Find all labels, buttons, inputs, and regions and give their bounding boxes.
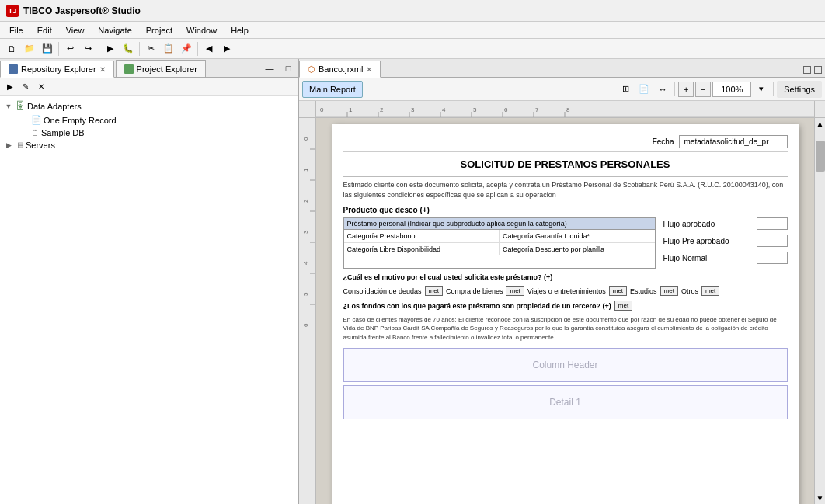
menu-view[interactable]: View [60, 24, 91, 36]
option3-label: Viajes o entretenimientos [527, 287, 606, 295]
svg-text:4: 4 [442, 106, 446, 113]
main-report-btn[interactable]: Main Report [302, 81, 363, 98]
proj-explorer-label: Project Explorer [137, 64, 197, 74]
option2-label: Compra de bienes [446, 287, 503, 295]
app-icon: TJ [6, 5, 19, 17]
svg-text:3: 3 [302, 230, 309, 234]
zoom-page-btn[interactable]: 📄 [635, 81, 653, 98]
report-title: SOLICITUD DE PRESTAMOS PERSONALES [343, 158, 788, 170]
editor-minimize-btn[interactable] [803, 66, 811, 74]
toolbar-nav-back[interactable]: ◀ [200, 40, 218, 57]
report-canvas[interactable]: Fecha metadatasolicitud_de_pr SOLICITUD … [316, 118, 814, 504]
file-icon-1: 📄 [31, 115, 42, 125]
menu-file[interactable]: File [3, 24, 30, 36]
ruler-corner [299, 101, 316, 118]
panel-action-btn-2[interactable]: ✎ [19, 79, 33, 93]
zoom-fit-btn[interactable]: ⊞ [617, 81, 634, 98]
toolbar-nav-fwd[interactable]: ▶ [218, 40, 235, 57]
settings-btn[interactable]: Settings [777, 81, 822, 98]
scroll-down-btn[interactable]: ▼ [815, 492, 825, 504]
tab-project-explorer[interactable]: Project Explorer [116, 60, 206, 77]
panel-maximize-btn[interactable]: □ [280, 60, 297, 77]
tab-repository-explorer[interactable]: Repository Explorer ✕ [0, 61, 114, 78]
zoom-in-btn[interactable]: + [678, 82, 694, 97]
question1-row: ¿Cuál es el motivo por el cual usted sol… [343, 273, 788, 281]
option4-label: Estudios [630, 287, 657, 295]
toolbar-paste[interactable]: 📌 [178, 40, 195, 57]
question2-row: ¿Los fondos con los que pagará este prés… [343, 301, 788, 311]
menu-edit[interactable]: Edit [31, 24, 58, 36]
toolbar-redo[interactable]: ↪ [79, 40, 96, 57]
panel-mini-toolbar: ▶ ✎ ✕ [0, 78, 298, 96]
option5-check: met [701, 286, 719, 296]
vertical-scrollbar[interactable]: ▲ ▼ [814, 118, 825, 504]
repo-tab-close[interactable]: ✕ [99, 65, 106, 74]
section1-title: Producto que deseo (+) [343, 206, 788, 214]
product-cell-2-2: Categoría Descuento por planilla [500, 243, 655, 255]
panel-minimize-btn[interactable]: — [261, 60, 278, 77]
menu-bar: File Edit View Navigate Project Window H… [0, 22, 825, 39]
expand-icon-servers[interactable]: ▶ [3, 141, 14, 149]
option3-check: met [609, 286, 627, 296]
svg-text:0: 0 [320, 106, 324, 113]
tree-label-one-empty-record: One Empty Record [44, 116, 117, 125]
menu-help[interactable]: Help [225, 24, 255, 36]
option1-check: met [425, 286, 443, 296]
toolbar-undo[interactable]: ↩ [61, 40, 78, 57]
tree-item-servers[interactable]: ▶ 🖥 Servers [0, 139, 298, 151]
panel-action-btn-3[interactable]: ✕ [34, 79, 48, 93]
ruler-horizontal: 0 1 2 3 4 5 6 [316, 101, 814, 118]
ruler-vertical: 0 1 2 3 4 5 6 [299, 118, 316, 504]
editor-tab-close[interactable]: ✕ [366, 65, 372, 74]
canvas-row: 0 1 2 3 4 5 6 [299, 118, 825, 504]
tree-item-one-empty-record[interactable]: 📄 One Empty Record [0, 113, 298, 127]
toolbar-debug[interactable]: 🐛 [120, 40, 137, 57]
report-body-text: Estimado cliente con este documento soli… [343, 176, 788, 200]
toolbar-sep-2 [99, 42, 99, 56]
scrollbar-thumb[interactable] [816, 141, 825, 172]
option5-label: Otros [681, 287, 698, 295]
tab-banco-jrxml[interactable]: ⬡ Banco.jrxml ✕ [299, 61, 381, 78]
tree-item-sample-db[interactable]: 🗒 Sample DB [0, 127, 298, 139]
panel-action-btn-1[interactable]: ▶ [3, 79, 17, 93]
zoom-level-input[interactable]: 100% [712, 82, 751, 97]
scroll-up-btn[interactable]: ▲ [815, 118, 825, 130]
editor-maximize-btn[interactable] [814, 66, 822, 74]
question2-check: met [614, 301, 632, 311]
product-table-header: Préstamo personal (Indicar que subproduc… [344, 218, 655, 230]
menu-navigate[interactable]: Navigate [92, 24, 138, 36]
flujo-item-2: Flujo Pre aprobado [663, 235, 788, 247]
question2-text: ¿Los fondos con los que pagará este prés… [343, 302, 611, 310]
svg-text:5: 5 [473, 106, 477, 113]
toolbar-cut[interactable]: ✂ [142, 40, 159, 57]
flujo-box-2 [757, 235, 788, 247]
svg-text:7: 7 [535, 106, 539, 113]
toolbar-run[interactable]: ▶ [102, 40, 119, 57]
fecha-label: Fecha [653, 137, 674, 146]
expand-icon-data-adapters[interactable]: ▼ [3, 103, 14, 110]
toolbar-save[interactable]: 💾 [39, 40, 56, 57]
settings-sep [773, 82, 774, 96]
toolbar-new[interactable]: 🗋 [3, 40, 20, 57]
zoom-width-btn[interactable]: ↔ [654, 81, 671, 98]
zoom-dropdown-btn[interactable]: ▾ [753, 81, 770, 98]
svg-text:1: 1 [349, 106, 353, 113]
svg-text:1: 1 [302, 168, 309, 172]
title-bar: TJ TIBCO Jaspersoft® Studio [0, 0, 825, 22]
flujo-item-1: Flujo aprobado [663, 217, 788, 230]
right-panel: ⬡ Banco.jrxml ✕ Main Report ⊞ 📄 ↔ + − 10… [299, 59, 825, 504]
tree-item-data-adapters[interactable]: ▼ 🗄 Data Adapters [0, 99, 298, 113]
tree-label-sample-db: Sample DB [41, 128, 85, 137]
flujo-box-3 [757, 252, 788, 264]
product-cell-2-1: Categoría Libre Disponibilidad [344, 243, 500, 255]
zoom-out-btn[interactable]: − [695, 82, 711, 97]
menu-window[interactable]: Window [180, 24, 223, 36]
repo-explorer-label: Repository Explorer [21, 64, 96, 74]
menu-project[interactable]: Project [140, 24, 179, 36]
svg-text:0: 0 [302, 137, 309, 141]
svg-text:8: 8 [566, 106, 570, 113]
toolbar-open[interactable]: 📁 [21, 40, 38, 57]
toolbar-copy[interactable]: 📋 [160, 40, 177, 57]
database-icon: 🗄 [16, 100, 26, 112]
main-toolbar: 🗋 📁 💾 ↩ ↪ ▶ 🐛 ✂ 📋 📌 ◀ ▶ [0, 39, 825, 59]
